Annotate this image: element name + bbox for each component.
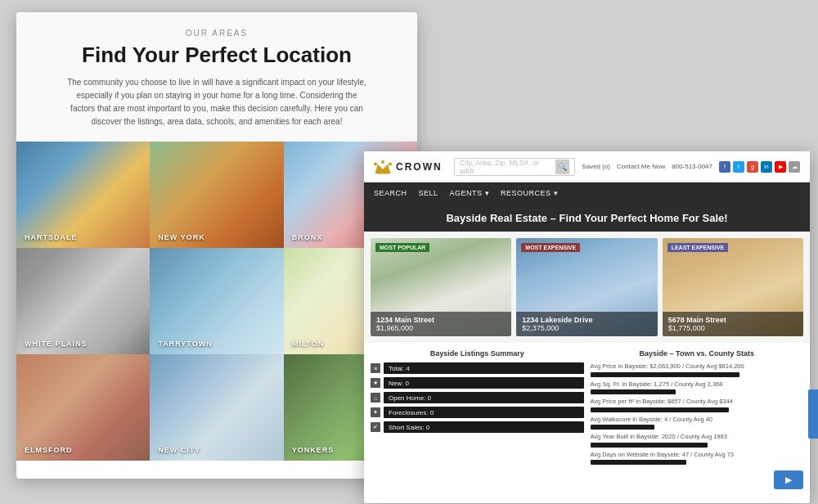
blue-side-tab[interactable] (808, 389, 818, 439)
area-label: WHITE PLAINS (25, 340, 88, 348)
contact-link[interactable]: Contact Me Now (617, 163, 665, 170)
banner-text: Bayside Real Estate – Find Your Perfect … (446, 212, 727, 224)
phone-link[interactable]: 800-513-0047 (672, 163, 712, 170)
town-stats-title: Bayside – Town vs. County Stats (591, 349, 804, 358)
property-price: $1,965,000 (376, 324, 506, 332)
search-bar[interactable]: City, Area, Zip, MLS#, or addr 🔍 (454, 158, 576, 176)
nav2-item[interactable]: AGENTS ▾ (450, 189, 490, 197)
area-grid-item[interactable]: HARTSDALE (16, 142, 150, 248)
listing-bar: Foreclosures: 0 (384, 407, 584, 418)
stat-label: Avg Year Built in Bayside: 2020 / County… (591, 433, 804, 442)
listing-bar: Short Sales: 0 (384, 421, 584, 433)
logo-text: CROWN (396, 161, 443, 173)
listing-label: Open Home: 0 (389, 394, 431, 402)
search-button[interactable]: 🔍 (555, 160, 570, 174)
listing-row: ✦ Foreclosures: 0 (371, 407, 584, 418)
listings-summary-title: Bayside Listings Summary (371, 349, 584, 358)
blue-action-button[interactable]: ▶ (774, 470, 803, 489)
stat-bar (591, 443, 708, 448)
listing-icon: ≡ (371, 363, 380, 373)
social-icons: f t g in ▶ ☁ (719, 161, 800, 173)
property-name: 1234 Lakeside Drive (522, 316, 651, 324)
other-icon[interactable]: ☁ (789, 161, 800, 173)
property-name: 1234 Main Street (376, 316, 506, 324)
area-bg-image (16, 354, 150, 461)
area-label: MILTON (292, 340, 325, 348)
listing-bar: Total: 4 (384, 362, 584, 374)
nav2-item[interactable]: SEARCH (374, 189, 407, 197)
svg-marker-0 (375, 164, 390, 173)
listings-rows: ≡ Total: 4 ★ New: 0 ⌂ Open Home: 0 ✦ For… (371, 362, 584, 433)
listings-summary: Bayside Listings Summary ≡ Total: 4 ★ Ne… (371, 349, 584, 468)
property-card[interactable]: MOST POPULAR 1234 Main Street $1,965,000 (371, 238, 511, 336)
area-bg-image (150, 354, 283, 461)
linkedin-icon[interactable]: in (761, 161, 772, 173)
property-row: MOST POPULAR 1234 Main Street $1,965,000… (364, 232, 810, 343)
area-label: ELMSFORD (25, 446, 73, 454)
stat-row: Avg Price in Bayside: $2,063,900 / Count… (591, 362, 804, 377)
listing-icon: ✦ (371, 407, 380, 417)
stat-row: Avg Year Built in Bayside: 2020 / County… (591, 433, 804, 448)
find-location-description: The community you choose to live in will… (65, 76, 368, 128)
area-grid-item[interactable]: WHITE PLAINS (16, 248, 150, 354)
property-card[interactable]: MOST EXPENSIVE 1234 Lakeside Drive $2,37… (516, 238, 657, 336)
stat-row: Avg Walkscore in Bayside: 4 / County Avg… (591, 416, 804, 430)
area-label: TARRYTOWN (158, 340, 212, 348)
left-card-header: OUR AREAS Find Your Perfect Location The… (16, 12, 417, 142)
listing-icon: ✔ (371, 422, 380, 432)
svg-point-2 (381, 160, 384, 164)
stat-label: Avg Price in Bayside: $2,063,900 / Count… (591, 362, 804, 371)
listing-row: ≡ Total: 4 (371, 362, 584, 374)
area-grid-item[interactable]: NEW YORK (150, 142, 283, 248)
listing-label: Total: 4 (389, 365, 410, 372)
svg-rect-4 (375, 172, 390, 174)
our-areas-subtitle: OUR AREAS (65, 29, 368, 38)
area-label: BRONX (292, 233, 323, 241)
listing-bar: Open Home: 0 (384, 392, 584, 403)
banner: Bayside Real Estate – Find Your Perfect … (364, 204, 810, 232)
area-label: HARTSDALE (25, 233, 78, 241)
listing-label: Foreclosures: 0 (389, 409, 434, 416)
stat-label: Avg Price per ft² in Bayside: $657 / Cou… (591, 398, 804, 407)
listing-bar: New: 0 (384, 377, 584, 389)
nav-links: Saved (o) Contact Me Now 800-513-0047 (582, 163, 712, 170)
property-card[interactable]: LEAST EXPENSIVE 5678 Main Street $1,775,… (663, 238, 803, 336)
area-grid-item[interactable]: TARRYTOWN (150, 248, 283, 354)
property-info: 1234 Main Street $1,965,000 (371, 312, 511, 336)
property-info: 5678 Main Street $1,775,000 (663, 312, 803, 336)
property-name: 5678 Main Street (668, 316, 798, 324)
area-grid-item[interactable]: NEW CITY (150, 354, 283, 461)
area-label: YONKERS (292, 446, 335, 454)
nav2-item[interactable]: RESOURCES ▾ (501, 189, 558, 197)
youtube-icon[interactable]: ▶ (775, 161, 786, 173)
area-grid-item[interactable]: ELMSFORD (16, 354, 150, 461)
right-card: CROWN City, Area, Zip, MLS#, or addr 🔍 S… (364, 151, 810, 503)
listing-row: ⌂ Open Home: 0 (371, 392, 584, 403)
property-badge: MOST EXPENSIVE (521, 243, 580, 252)
top-nav: CROWN City, Area, Zip, MLS#, or addr 🔍 S… (364, 151, 810, 182)
svg-point-3 (389, 162, 392, 165)
facebook-icon[interactable]: f (719, 161, 730, 173)
stat-bar (591, 389, 676, 394)
stat-label: Avg Sq. Ft. in Bayside: 1,275 / County A… (591, 380, 804, 389)
crown-icon (374, 160, 392, 174)
logo-area: CROWN (374, 160, 443, 174)
stat-bar (591, 372, 739, 377)
nav2-item[interactable]: SELL (419, 189, 438, 197)
search-placeholder-text: City, Area, Zip, MLS#, or addr (460, 159, 555, 175)
find-location-title: Find Your Perfect Location (65, 43, 368, 68)
listing-row: ★ New: 0 (371, 377, 584, 389)
property-info: 1234 Lakeside Drive $2,375,000 (516, 312, 657, 336)
left-card: OUR AREAS Find Your Perfect Location The… (16, 12, 417, 479)
saved-link[interactable]: Saved (o) (582, 163, 610, 170)
stat-bar (591, 407, 729, 412)
twitter-icon[interactable]: t (733, 161, 744, 173)
stat-label: Avg Days on Website in Bayside: 47 / Cou… (591, 451, 804, 460)
stat-bar (591, 425, 654, 430)
stat-row: Avg Days on Website in Bayside: 47 / Cou… (591, 451, 804, 466)
area-label: NEW CITY (158, 446, 200, 454)
stat-bar (591, 460, 686, 465)
property-badge: LEAST EXPENSIVE (667, 243, 729, 252)
gplus-icon[interactable]: g (747, 161, 758, 173)
listing-icon: ⌂ (371, 393, 380, 403)
